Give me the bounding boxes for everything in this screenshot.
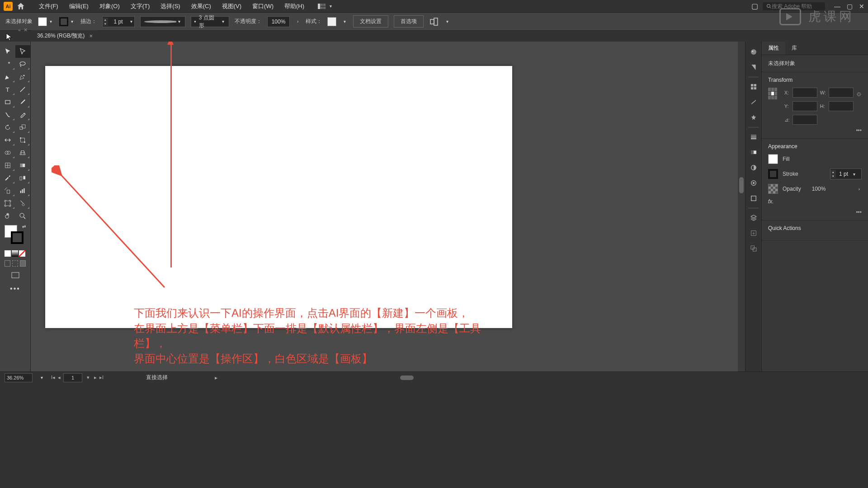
menu-select[interactable]: 选择(S) — [156, 1, 184, 12]
frame-icon[interactable]: ▢ — [751, 2, 758, 10]
column-graph-tool[interactable] — [15, 184, 31, 197]
fill-swatch[interactable] — [38, 17, 47, 26]
layers-panel-icon[interactable] — [745, 210, 762, 225]
stroke-swatch[interactable] — [59, 17, 68, 26]
menu-view[interactable]: 视图(V) — [217, 1, 246, 12]
menu-object[interactable]: 对象(O) — [95, 1, 124, 12]
pen-tool[interactable] — [0, 70, 15, 83]
stroke-weight-input[interactable] — [108, 19, 128, 25]
direct-selection-tool[interactable] — [15, 45, 31, 58]
graphic-styles-panel-icon[interactable] — [745, 191, 762, 206]
line-tool[interactable] — [15, 83, 31, 96]
opacity-dropdown[interactable]: › — [295, 19, 300, 24]
lasso-tool[interactable] — [15, 58, 31, 70]
appearance-fill-swatch[interactable] — [768, 154, 778, 164]
screen-mode[interactable] — [0, 269, 30, 281]
transform-x-input[interactable] — [793, 88, 817, 98]
width-tool[interactable] — [0, 134, 15, 146]
constrain-proportions-icon[interactable]: ⯐ — [856, 91, 862, 98]
transform-y-input[interactable] — [793, 101, 817, 111]
artboards-panel-icon[interactable] — [745, 241, 762, 256]
brushes-panel-icon[interactable] — [745, 94, 762, 110]
rotate-tool[interactable] — [0, 121, 15, 134]
zoom-level-input[interactable] — [5, 373, 33, 382]
zoom-tool[interactable] — [15, 210, 31, 222]
style-dropdown[interactable]: ▾ — [342, 19, 348, 24]
eyedropper-tool[interactable] — [0, 172, 15, 184]
gradient-panel-icon[interactable] — [745, 145, 762, 160]
menu-file[interactable]: 文件(F) — [34, 1, 63, 12]
mesh-tool[interactable] — [0, 159, 15, 172]
draw-inside-icon[interactable] — [20, 260, 26, 267]
stroke-dropdown[interactable]: ▾ — [69, 19, 75, 24]
preferences-button[interactable]: 首选项 — [394, 15, 424, 28]
paintbrush-tool[interactable] — [15, 96, 31, 108]
status-play-icon[interactable]: ▸ — [215, 375, 217, 381]
swap-fill-stroke-icon[interactable]: ⇄ — [22, 224, 26, 229]
swatches-panel-icon[interactable] — [745, 79, 762, 94]
stroke-weight[interactable]: ▴▾ ▾ — [102, 16, 135, 27]
shaper-tool[interactable] — [0, 108, 15, 121]
brush-definition[interactable]: ● 3 点圆形 ▾ — [191, 16, 229, 27]
appearance-opacity-swatch[interactable] — [768, 184, 778, 194]
menu-type[interactable]: 文字(T) — [126, 1, 155, 12]
transparency-panel-icon[interactable] — [745, 160, 762, 175]
magic-wand-tool[interactable] — [0, 58, 15, 70]
tab-properties[interactable]: 属性 — [762, 42, 785, 55]
horizontal-scrollbar[interactable] — [228, 375, 859, 381]
fill-dropdown[interactable]: ▾ — [48, 19, 54, 24]
align-icon[interactable] — [429, 17, 439, 27]
asset-export-panel-icon[interactable] — [745, 225, 762, 241]
draw-normal-icon[interactable] — [5, 260, 10, 267]
symbols-panel-icon[interactable] — [745, 110, 762, 125]
fx-label[interactable]: fx. — [768, 198, 774, 205]
canvas-area[interactable]: 下面我们来认识一下AI的操作界面，点击AI界面的【新建】一个画板， 在界面上方是… — [31, 42, 745, 371]
menu-edit[interactable]: 编辑(E) — [65, 1, 93, 12]
menu-window[interactable]: 窗口(W) — [248, 1, 278, 12]
transform-more-icon[interactable]: ••• — [856, 127, 862, 134]
transform-h-input[interactable] — [829, 101, 854, 111]
blend-tool[interactable] — [15, 172, 31, 184]
transform-angle-input[interactable] — [793, 115, 817, 125]
color-mode-icon[interactable] — [5, 250, 11, 257]
selection-tool[interactable] — [0, 45, 15, 58]
gradient-tool[interactable] — [15, 159, 31, 172]
edit-toolbar-icon[interactable]: ••• — [0, 281, 30, 296]
tab-library[interactable]: 库 — [785, 42, 803, 55]
shape-builder-tool[interactable] — [0, 146, 15, 159]
rectangle-tool[interactable] — [0, 96, 15, 108]
opacity-input[interactable] — [267, 16, 290, 27]
color-guide-panel-icon[interactable] — [745, 60, 762, 75]
artboard-number-input[interactable] — [63, 373, 82, 382]
first-artboard-icon[interactable]: I◂ — [51, 375, 55, 380]
menu-effect[interactable]: 效果(C) — [187, 1, 216, 12]
fill-stroke-control[interactable]: ⇄ — [0, 222, 30, 249]
stroke-color-box[interactable] — [11, 231, 24, 244]
gradient-mode-icon[interactable] — [12, 250, 18, 257]
align-dropdown[interactable]: ▾ — [444, 19, 450, 24]
tab-left-icon[interactable]: « — [18, 27, 21, 33]
last-artboard-icon[interactable]: ▸I — [99, 375, 104, 380]
appearance-stroke-swatch[interactable] — [768, 169, 778, 179]
eraser-tool[interactable] — [15, 108, 31, 121]
arrange-documents[interactable]: ▾ — [318, 3, 334, 9]
transform-w-input[interactable] — [829, 88, 854, 98]
menu-help[interactable]: 帮助(H) — [280, 1, 309, 12]
scale-tool[interactable] — [15, 121, 31, 134]
home-icon[interactable] — [16, 2, 25, 11]
hand-tool[interactable] — [0, 210, 15, 222]
stroke-panel-icon[interactable] — [745, 129, 762, 145]
document-tab-close-icon[interactable]: × — [89, 33, 93, 39]
curvature-tool[interactable] — [15, 70, 31, 83]
reference-point[interactable] — [768, 88, 777, 99]
vertical-scrollbar[interactable] — [738, 42, 745, 371]
appearance-panel-icon[interactable] — [745, 175, 762, 191]
close-icon[interactable]: ✕ — [859, 3, 864, 10]
slice-tool[interactable] — [15, 197, 31, 210]
graphic-style-swatch[interactable] — [327, 17, 336, 26]
variable-width-profile[interactable]: ▾ — [140, 16, 185, 27]
type-tool[interactable]: T — [0, 83, 15, 96]
prev-artboard-icon[interactable]: ◂ — [58, 375, 61, 380]
appearance-more-icon[interactable]: ••• — [856, 209, 862, 216]
symbol-sprayer-tool[interactable] — [0, 184, 15, 197]
